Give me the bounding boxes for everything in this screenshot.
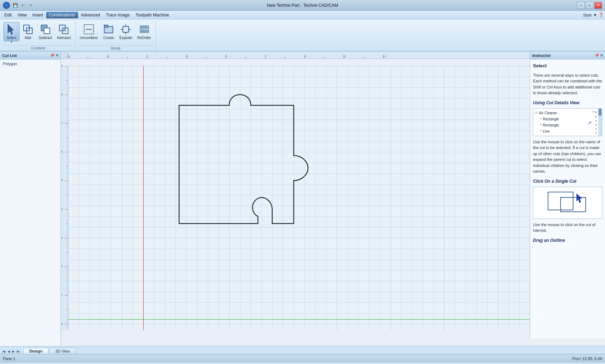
tree-label-rect1: Rectangle [543, 116, 559, 122]
add-button[interactable]: + Add [20, 22, 36, 41]
uncombine-label: Uncombine [80, 36, 98, 40]
click-diagram-svg [546, 190, 589, 215]
undo-button[interactable]: ↩ [20, 2, 26, 9]
close-button[interactable]: ✕ [594, 2, 602, 9]
tab-nav-next[interactable]: ▶ [11, 349, 15, 354]
tree-item-line[interactable]: + Line [535, 128, 600, 134]
style-label: Style [583, 13, 592, 17]
tree-scrollbar[interactable] [598, 109, 602, 136]
canvas-drawing-area[interactable] [68, 66, 530, 330]
tree-coords: 65432 [595, 115, 597, 135]
create-icon [103, 24, 114, 35]
style-dropdown-icon[interactable]: ▼ [593, 13, 597, 17]
instructor-content: Select There are several ways to select … [530, 59, 605, 249]
tree-label-rect2: Rectangle [543, 123, 559, 128]
intersect-button[interactable]: Intersect [55, 22, 73, 41]
subtract-button[interactable]: Subtract [37, 22, 54, 41]
select-dropdown[interactable]: ▼ [10, 40, 13, 44]
origin-vertical-line [143, 66, 144, 330]
minimize-button[interactable]: ─ [577, 2, 585, 9]
canvas-viewport[interactable]: 9876543210 [61, 59, 530, 338]
cut-list-pin[interactable]: 📌 [50, 53, 54, 57]
tab-nav-last[interactable]: ▶| [16, 349, 21, 354]
ribbon-group-combine: Select ▼ + Add [1, 21, 76, 51]
instructor-header: Instructor 📌 ✕ [530, 52, 605, 59]
menu-view[interactable]: View [15, 12, 30, 18]
menu-toolpath-machine[interactable]: Toolpath Machine [133, 12, 172, 18]
tab-bar: |◀ ◀ ▶ ▶| Design 3D View [0, 346, 605, 354]
expand-icon2: + [540, 116, 542, 121]
cut-list-title: Cut List [2, 53, 17, 58]
tab-navigation: |◀ ◀ ▶ ▶| [1, 349, 21, 354]
redo-button[interactable]: ↪ [27, 2, 34, 9]
explode-button[interactable]: Explode [117, 22, 134, 41]
instructor-section2-desc: Use the mouse to click on the name of th… [533, 139, 602, 174]
select-label: Select [6, 36, 16, 40]
tree-item-aircleaner[interactable]: ▷ Air Cleaner [535, 110, 600, 116]
svg-marker-23 [577, 194, 582, 203]
select-icon [6, 24, 17, 35]
ribbon: Select ▼ + Add [0, 19, 605, 52]
save-button[interactable]: 💾 [12, 2, 19, 9]
expand-icon: ▷ [536, 110, 538, 115]
tree-label-line: Line [543, 129, 549, 134]
svg-text:+: + [28, 25, 30, 29]
svg-rect-5 [44, 28, 50, 34]
reorder-label: ReOrder [137, 36, 151, 40]
intersect-icon [58, 24, 69, 35]
window-title: New Techne Part - Techne CAD/CAM [267, 3, 338, 8]
reorder-button[interactable]: ReOrder [135, 22, 153, 41]
instructor-section4-title: Drag an Outline [533, 237, 602, 244]
status-bar: Pane 1 Pos= 12.93, 6.46 [0, 354, 605, 363]
uncombine-button[interactable]: Uncombine [78, 22, 100, 41]
menu-trace-image[interactable]: Trace Image [103, 12, 133, 18]
explode-label: Explode [119, 36, 132, 40]
svg-rect-20 [140, 31, 149, 33]
uncombine-icon [83, 24, 95, 35]
instructor-close[interactable]: ✕ [600, 53, 603, 57]
expand-icon4: + [540, 129, 542, 134]
h-ruler-content: -3-1135791113 [68, 52, 605, 58]
quick-access-toolbar: 💾 ↩ ↪ [12, 2, 34, 9]
cut-list-header: Cut List 📌 ✕ [0, 52, 61, 59]
menu-edit[interactable]: Edit [1, 12, 15, 18]
style-help-icon[interactable]: ❓ [599, 13, 604, 17]
intersect-label: Intersect [57, 36, 71, 40]
combine-group-label: Combine [4, 45, 73, 51]
origin-horizontal-line [68, 319, 530, 320]
instructor-title: Instructor [532, 53, 551, 58]
create-label: Create [103, 36, 114, 40]
status-pane: Pane 1 [3, 356, 15, 361]
combine-buttons: Select ▼ + Add [4, 21, 73, 45]
reorder-icon [139, 24, 150, 35]
group-group-label: Group [78, 45, 153, 51]
instructor-intro: There are several ways to select cuts. E… [533, 72, 602, 96]
cut-list-item-polygon[interactable]: Polygon [1, 61, 59, 67]
menu-combinations[interactable]: Combinations [46, 12, 78, 18]
tab-nav-first[interactable]: |◀ [1, 349, 6, 354]
select-button[interactable]: Select [4, 22, 19, 41]
menu-advanced[interactable]: Advanced [78, 12, 103, 18]
window-controls: ─ □ ✕ [577, 2, 602, 9]
svg-rect-13 [123, 27, 129, 32]
canvas-area[interactable]: -3-1135791113 9876543210 [61, 52, 605, 346]
tree-label-aircleaner: Air Cleaner [539, 110, 557, 116]
tab-design[interactable]: Design [23, 348, 49, 354]
instructor-section-title: Select [533, 62, 602, 70]
subtract-icon [40, 24, 51, 35]
shape-container[interactable] [158, 84, 315, 245]
maximize-button[interactable]: □ [586, 2, 594, 9]
tab-nav-prev[interactable]: ◀ [7, 349, 11, 354]
horizontal-ruler: -3-1135791113 [61, 52, 605, 59]
instructor-pin[interactable]: 📌 [595, 53, 599, 57]
ribbon-group-group: Uncombine Create [76, 21, 156, 51]
title-bar: 💾 ↩ ↪ New Techne Part - Techne CAD/CAM ─… [0, 0, 605, 11]
create-group-button[interactable]: Create [101, 22, 116, 41]
shape-svg [158, 84, 315, 245]
svg-rect-19 [140, 28, 149, 30]
cut-list-close[interactable]: ✕ [56, 53, 58, 57]
tab-3d-view[interactable]: 3D View [49, 348, 76, 354]
main-area: Cut List 📌 ✕ Polygon -3-1135791113 98765… [0, 52, 605, 346]
menu-insert[interactable]: Insert [29, 12, 46, 18]
menu-bar: Edit View Insert Combinations Advanced T… [0, 11, 605, 19]
